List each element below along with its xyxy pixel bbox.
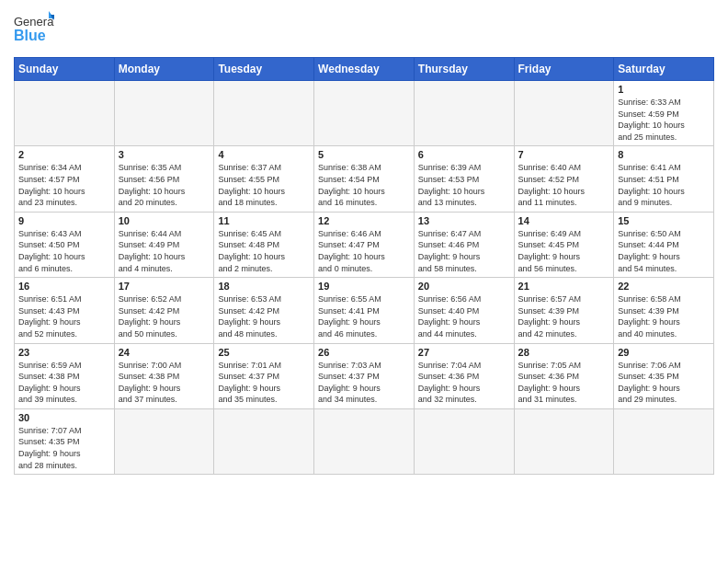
weekday-header-saturday: Saturday xyxy=(614,58,714,81)
day-info: Sunrise: 6:41 AM Sunset: 4:51 PM Dayligh… xyxy=(618,162,710,208)
calendar-week-row: 23Sunrise: 6:59 AM Sunset: 4:38 PM Dayli… xyxy=(15,343,714,408)
day-info: Sunrise: 6:56 AM Sunset: 4:40 PM Dayligh… xyxy=(418,293,510,339)
day-number: 29 xyxy=(618,347,710,358)
header: General Blue xyxy=(14,9,714,50)
calendar-table: SundayMondayTuesdayWednesdayThursdayFrid… xyxy=(14,57,714,475)
day-number: 4 xyxy=(218,149,310,160)
calendar-cell: 20Sunrise: 6:56 AM Sunset: 4:40 PM Dayli… xyxy=(414,278,514,343)
calendar-cell: 22Sunrise: 6:58 AM Sunset: 4:39 PM Dayli… xyxy=(614,278,714,343)
day-number: 5 xyxy=(318,149,410,160)
calendar-cell: 1Sunrise: 6:33 AM Sunset: 4:59 PM Daylig… xyxy=(614,81,714,146)
day-number: 13 xyxy=(418,215,510,226)
weekday-header-tuesday: Tuesday xyxy=(214,58,314,81)
calendar-cell: 28Sunrise: 7:05 AM Sunset: 4:36 PM Dayli… xyxy=(514,343,614,408)
calendar-cell xyxy=(314,408,415,474)
svg-text:Blue: Blue xyxy=(14,28,46,43)
day-info: Sunrise: 6:39 AM Sunset: 4:53 PM Dayligh… xyxy=(418,162,510,208)
calendar-cell: 24Sunrise: 7:00 AM Sunset: 4:38 PM Dayli… xyxy=(114,343,214,408)
day-info: Sunrise: 6:55 AM Sunset: 4:41 PM Dayligh… xyxy=(318,293,410,339)
calendar-cell xyxy=(214,81,314,146)
day-info: Sunrise: 6:49 AM Sunset: 4:45 PM Dayligh… xyxy=(518,228,610,274)
day-number: 9 xyxy=(18,215,110,226)
calendar-week-row: 30Sunrise: 7:07 AM Sunset: 4:35 PM Dayli… xyxy=(15,408,714,474)
day-number: 2 xyxy=(18,149,110,160)
day-number: 26 xyxy=(318,347,410,358)
calendar-cell: 3Sunrise: 6:35 AM Sunset: 4:56 PM Daylig… xyxy=(114,146,214,212)
day-number: 27 xyxy=(418,347,510,358)
calendar-week-row: 2Sunrise: 6:34 AM Sunset: 4:57 PM Daylig… xyxy=(15,146,714,212)
day-number: 30 xyxy=(18,412,110,423)
page: General Blue SundayMondayTuesdayWednesda… xyxy=(0,0,728,563)
calendar-cell xyxy=(214,408,314,474)
day-info: Sunrise: 6:37 AM Sunset: 4:55 PM Dayligh… xyxy=(218,162,310,208)
calendar-cell: 6Sunrise: 6:39 AM Sunset: 4:53 PM Daylig… xyxy=(414,146,514,212)
day-number: 3 xyxy=(119,149,210,160)
calendar-cell: 8Sunrise: 6:41 AM Sunset: 4:51 PM Daylig… xyxy=(614,146,714,212)
svg-text:General: General xyxy=(14,15,54,29)
day-info: Sunrise: 6:43 AM Sunset: 4:50 PM Dayligh… xyxy=(18,228,110,274)
day-number: 16 xyxy=(18,281,110,292)
day-number: 11 xyxy=(218,215,310,226)
calendar-cell: 29Sunrise: 7:06 AM Sunset: 4:35 PM Dayli… xyxy=(614,343,714,408)
weekday-header-thursday: Thursday xyxy=(414,58,514,81)
calendar-cell: 10Sunrise: 6:44 AM Sunset: 4:49 PM Dayli… xyxy=(114,212,214,277)
calendar-cell xyxy=(314,81,415,146)
day-info: Sunrise: 7:05 AM Sunset: 4:36 PM Dayligh… xyxy=(518,360,610,406)
calendar-week-row: 9Sunrise: 6:43 AM Sunset: 4:50 PM Daylig… xyxy=(15,212,714,277)
day-number: 20 xyxy=(418,281,510,292)
calendar-cell xyxy=(15,81,115,146)
day-info: Sunrise: 6:35 AM Sunset: 4:56 PM Dayligh… xyxy=(119,162,210,208)
calendar-cell: 23Sunrise: 6:59 AM Sunset: 4:38 PM Dayli… xyxy=(15,343,115,408)
calendar-cell: 4Sunrise: 6:37 AM Sunset: 4:55 PM Daylig… xyxy=(214,146,314,212)
calendar-cell xyxy=(114,81,214,146)
day-number: 28 xyxy=(518,347,610,358)
logo-svg: General Blue xyxy=(14,9,54,50)
calendar-cell xyxy=(514,408,614,474)
calendar-cell xyxy=(414,408,514,474)
day-number: 15 xyxy=(618,215,710,226)
day-info: Sunrise: 6:59 AM Sunset: 4:38 PM Dayligh… xyxy=(18,360,110,406)
calendar-cell: 19Sunrise: 6:55 AM Sunset: 4:41 PM Dayli… xyxy=(314,278,415,343)
day-number: 8 xyxy=(618,149,710,160)
day-number: 7 xyxy=(518,149,610,160)
day-info: Sunrise: 6:53 AM Sunset: 4:42 PM Dayligh… xyxy=(218,293,310,339)
day-number: 21 xyxy=(518,281,610,292)
day-info: Sunrise: 6:52 AM Sunset: 4:42 PM Dayligh… xyxy=(119,293,210,339)
day-info: Sunrise: 6:57 AM Sunset: 4:39 PM Dayligh… xyxy=(518,293,610,339)
calendar-cell xyxy=(514,81,614,146)
calendar-cell: 25Sunrise: 7:01 AM Sunset: 4:37 PM Dayli… xyxy=(214,343,314,408)
day-number: 23 xyxy=(18,347,110,358)
day-number: 1 xyxy=(618,84,710,95)
day-number: 17 xyxy=(119,281,210,292)
calendar-cell: 11Sunrise: 6:45 AM Sunset: 4:48 PM Dayli… xyxy=(214,212,314,277)
calendar-cell: 2Sunrise: 6:34 AM Sunset: 4:57 PM Daylig… xyxy=(15,146,115,212)
calendar-cell xyxy=(114,408,214,474)
day-info: Sunrise: 6:58 AM Sunset: 4:39 PM Dayligh… xyxy=(618,293,710,339)
day-number: 19 xyxy=(318,281,410,292)
calendar-cell: 9Sunrise: 6:43 AM Sunset: 4:50 PM Daylig… xyxy=(15,212,115,277)
calendar-cell xyxy=(614,408,714,474)
calendar-cell: 17Sunrise: 6:52 AM Sunset: 4:42 PM Dayli… xyxy=(114,278,214,343)
calendar-cell: 18Sunrise: 6:53 AM Sunset: 4:42 PM Dayli… xyxy=(214,278,314,343)
day-info: Sunrise: 6:34 AM Sunset: 4:57 PM Dayligh… xyxy=(18,162,110,208)
day-info: Sunrise: 7:06 AM Sunset: 4:35 PM Dayligh… xyxy=(618,360,710,406)
day-info: Sunrise: 6:45 AM Sunset: 4:48 PM Dayligh… xyxy=(218,228,310,274)
day-number: 25 xyxy=(218,347,310,358)
day-number: 18 xyxy=(218,281,310,292)
day-number: 14 xyxy=(518,215,610,226)
calendar-week-row: 16Sunrise: 6:51 AM Sunset: 4:43 PM Dayli… xyxy=(15,278,714,343)
calendar-cell: 5Sunrise: 6:38 AM Sunset: 4:54 PM Daylig… xyxy=(314,146,415,212)
day-number: 22 xyxy=(618,281,710,292)
calendar-cell: 13Sunrise: 6:47 AM Sunset: 4:46 PM Dayli… xyxy=(414,212,514,277)
day-info: Sunrise: 6:44 AM Sunset: 4:49 PM Dayligh… xyxy=(119,228,210,274)
day-info: Sunrise: 7:07 AM Sunset: 4:35 PM Dayligh… xyxy=(18,425,110,471)
calendar-cell: 15Sunrise: 6:50 AM Sunset: 4:44 PM Dayli… xyxy=(614,212,714,277)
logo: General Blue xyxy=(14,9,54,50)
day-number: 6 xyxy=(418,149,510,160)
calendar-cell: 7Sunrise: 6:40 AM Sunset: 4:52 PM Daylig… xyxy=(514,146,614,212)
day-info: Sunrise: 6:47 AM Sunset: 4:46 PM Dayligh… xyxy=(418,228,510,274)
day-number: 24 xyxy=(119,347,210,358)
day-info: Sunrise: 6:46 AM Sunset: 4:47 PM Dayligh… xyxy=(318,228,410,274)
calendar-week-row: 1Sunrise: 6:33 AM Sunset: 4:59 PM Daylig… xyxy=(15,81,714,146)
calendar-cell: 14Sunrise: 6:49 AM Sunset: 4:45 PM Dayli… xyxy=(514,212,614,277)
